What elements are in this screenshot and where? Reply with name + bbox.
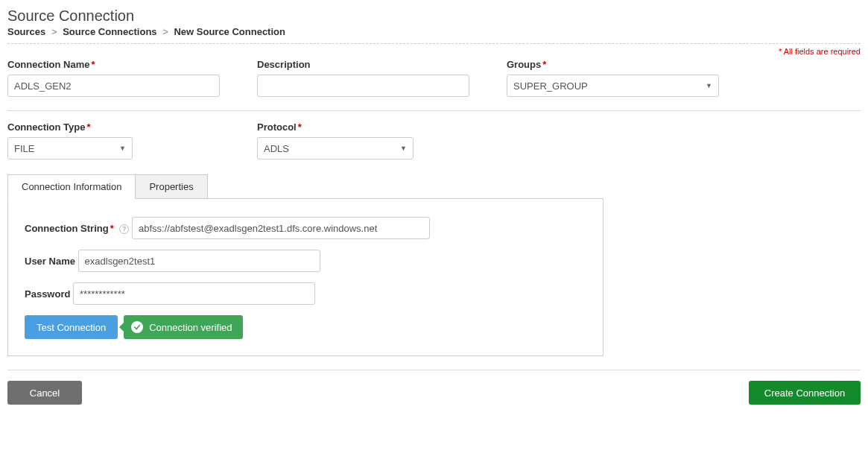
divider	[7, 43, 861, 44]
user-name-label: User Name	[25, 256, 75, 267]
status-badge: Connection verified	[124, 315, 242, 339]
connection-name-input[interactable]	[7, 75, 220, 97]
connection-type-select[interactable]: FILE ▼	[7, 137, 133, 159]
groups-select[interactable]: SUPER_GROUP ▼	[507, 75, 719, 97]
create-connection-button[interactable]: Create Connection	[749, 381, 861, 405]
groups-value: SUPER_GROUP	[513, 80, 588, 92]
divider	[7, 370, 861, 370]
status-text: Connection verified	[149, 322, 232, 333]
breadcrumb: Sources > Source Connections > New Sourc…	[7, 26, 861, 37]
password-input[interactable]	[73, 282, 315, 305]
page-title: Source Connection	[7, 7, 861, 25]
cancel-button[interactable]: Cancel	[7, 381, 82, 405]
chevron-down-icon: ▼	[119, 145, 126, 152]
breadcrumb-item-sources[interactable]: Sources	[7, 26, 45, 37]
password-label: Password	[25, 288, 70, 300]
required-note: * All fields are required	[7, 47, 861, 56]
breadcrumb-sep: >	[51, 26, 57, 37]
chevron-down-icon: ▼	[706, 82, 712, 89]
description-input[interactable]	[257, 75, 469, 97]
protocol-select[interactable]: ADLS ▼	[257, 137, 414, 159]
tabs: Connection Information Properties	[7, 174, 861, 199]
connection-type-value: FILE	[14, 143, 34, 154]
protocol-value: ADLS	[264, 143, 289, 154]
connection-name-label: Connection Name*	[7, 59, 257, 70]
divider	[7, 110, 861, 111]
description-label: Description	[257, 59, 507, 70]
test-connection-button[interactable]: Test Connection	[25, 315, 118, 339]
groups-label: Groups*	[507, 59, 861, 70]
tab-properties[interactable]: Properties	[135, 174, 207, 199]
breadcrumb-item-source-connections[interactable]: Source Connections	[63, 26, 156, 37]
tab-panel-connection-information: Connection String* ? User Name Password …	[7, 198, 604, 356]
chevron-down-icon: ▼	[400, 145, 407, 152]
protocol-label: Protocol*	[257, 121, 507, 133]
help-icon[interactable]: ?	[119, 224, 129, 234]
connection-string-input[interactable]	[132, 217, 430, 239]
breadcrumb-item-current: New Source Connection	[174, 26, 285, 37]
connection-type-label: Connection Type*	[7, 121, 257, 133]
tab-connection-information[interactable]: Connection Information	[7, 174, 136, 199]
user-name-input[interactable]	[78, 250, 320, 272]
breadcrumb-sep: >	[162, 26, 168, 37]
check-icon	[131, 321, 143, 333]
connection-string-label: Connection String* ?	[25, 223, 132, 234]
